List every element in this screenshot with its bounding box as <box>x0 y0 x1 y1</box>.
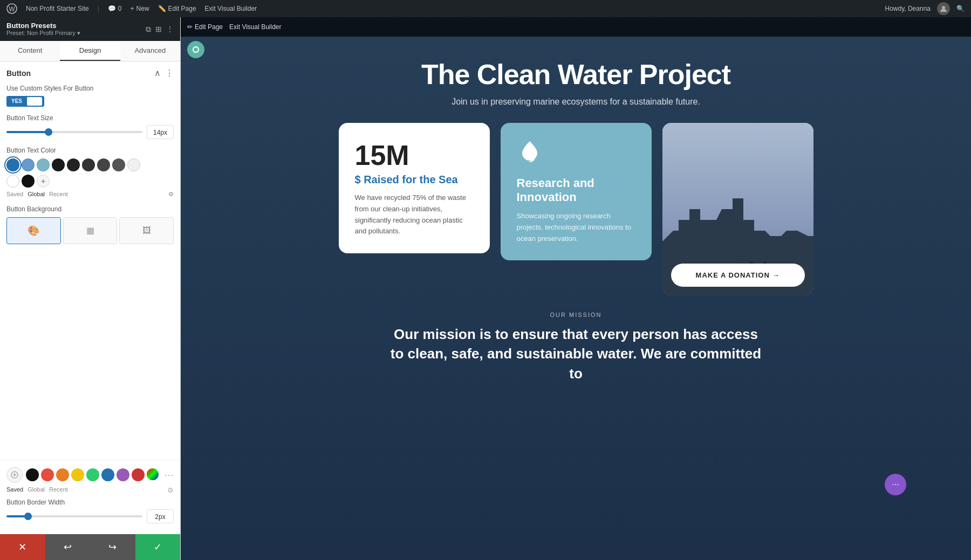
color-swatch-selected[interactable] <box>6 158 19 171</box>
palette-swatch-1[interactable] <box>26 468 39 481</box>
section-header: Button ∧ ⋮ <box>6 68 174 78</box>
palette-swatch-2[interactable] <box>41 468 54 481</box>
recent-colors-label[interactable]: Recent <box>49 191 68 197</box>
avatar <box>937 2 950 15</box>
page-content: The Clean Water Project Join us in prese… <box>181 17 971 560</box>
pencil-icon: ✏️ <box>158 5 166 12</box>
panel-title-area: Button Presets Preset: Non Profit Primar… <box>6 22 80 37</box>
canvas-toolbar: ✏ Edit Page Exit Visual Builder <box>181 17 971 37</box>
search-icon[interactable]: 🔍 <box>956 5 965 12</box>
palette-swatch-5[interactable] <box>86 468 99 481</box>
palette-preview[interactable] <box>6 467 23 483</box>
card-blue-heading: Research and Innovation <box>517 176 635 204</box>
text-size-track[interactable] <box>6 131 142 133</box>
custom-styles-toggle[interactable]: YES <box>6 96 44 107</box>
bg-section: Button Background 🎨 ▦ 🖼 <box>6 205 174 244</box>
panel-content: Button ∧ ⋮ Use Custom Styles For Button … <box>0 61 180 460</box>
bg-label: Button Background <box>6 205 174 213</box>
exit-builder-tool[interactable]: Exit Visual Builder <box>229 23 282 31</box>
color-swatch-6[interactable] <box>82 158 95 171</box>
undo-button[interactable]: ↩ <box>45 534 91 560</box>
card-raised: 15M $ Raised for the Sea We have recycle… <box>339 123 490 253</box>
border-width-thumb[interactable] <box>24 513 32 520</box>
palette-colors <box>26 468 161 481</box>
minimize-icon[interactable]: ⧉ <box>146 25 151 34</box>
admin-bar: W Non Profit Starter Site | 💬 0 + New ✏️… <box>0 0 971 17</box>
border-width-track[interactable] <box>6 515 142 517</box>
add-color-btn[interactable]: + <box>37 175 50 188</box>
cancel-button[interactable]: ✕ <box>0 534 45 560</box>
comments-item[interactable]: 💬 0 <box>108 5 122 12</box>
tab-content[interactable]: Content <box>0 41 60 61</box>
color-wheel-swatch[interactable] <box>147 468 159 480</box>
palette-meta: Saved Global Recent ⚙ <box>6 486 174 494</box>
floating-bubble[interactable]: ··· <box>885 474 906 495</box>
left-panel: Button Presets Preset: Non Profit Primar… <box>0 17 181 560</box>
save-button[interactable]: ✓ <box>135 534 181 560</box>
main-layout: Button Presets Preset: Non Profit Primar… <box>0 17 971 560</box>
color-swatch-5[interactable] <box>67 158 80 171</box>
palette-saved-label[interactable]: Saved <box>6 486 23 494</box>
edit-page-tool[interactable]: ✏ Edit Page <box>187 23 223 31</box>
divi-icon[interactable] <box>187 41 204 58</box>
palette-swatch-3[interactable] <box>56 468 69 481</box>
tab-design[interactable]: Design <box>60 41 120 61</box>
plus-icon: + <box>131 5 134 12</box>
color-swatch-4[interactable] <box>52 158 65 171</box>
text-color-label: Button Text Color <box>6 147 174 154</box>
color-swatch-2[interactable] <box>22 158 35 171</box>
text-size-row: Button Text Size 14px <box>6 114 174 139</box>
color-swatch-8[interactable] <box>112 158 125 171</box>
howdy-item[interactable]: Howdy, Deanna <box>885 5 931 12</box>
palette-global-label[interactable]: Global <box>28 486 45 494</box>
section-collapse-icon[interactable]: ∧ <box>154 68 161 78</box>
palette-swatch-8[interactable] <box>132 468 145 481</box>
color-swatch-7[interactable] <box>97 158 110 171</box>
color-swatch-white[interactable] <box>6 175 19 188</box>
redo-button[interactable]: ↪ <box>90 534 135 560</box>
border-width-value[interactable]: 2px <box>147 509 174 523</box>
page-hero: The Clean Water Project Join us in prese… <box>411 37 741 123</box>
panel-title: Button Presets <box>6 22 80 30</box>
bg-gradient-option[interactable]: ▦ <box>63 217 118 244</box>
bg-image-option[interactable]: 🖼 <box>119 217 174 244</box>
panel-spacer <box>6 252 174 295</box>
svg-text:W: W <box>9 5 15 13</box>
color-swatch-black[interactable] <box>22 175 35 188</box>
grid-icon[interactable]: ⊞ <box>155 25 162 33</box>
canvas-area: ✏ Edit Page Exit Visual Builder The Clea… <box>181 17 971 560</box>
page-subtitle: Join us in preserving marine ecosystems … <box>421 97 730 107</box>
site-name[interactable]: Non Profit Starter Site <box>26 5 89 12</box>
edit-page-item[interactable]: ✏️ Edit Page <box>158 5 196 12</box>
global-colors-label[interactable]: Global <box>28 191 45 197</box>
saved-colors-label[interactable]: Saved <box>6 191 23 197</box>
color-row-2: + <box>6 175 174 188</box>
tab-advanced[interactable]: Advanced <box>120 41 180 61</box>
color-swatch-3[interactable] <box>37 158 50 171</box>
palette-swatch-4[interactable] <box>71 468 84 481</box>
palette-more-icon[interactable]: ⋯ <box>164 470 174 480</box>
text-size-value[interactable]: 14px <box>147 125 174 139</box>
palette-settings-icon[interactable]: ⚙ <box>167 486 174 494</box>
palette-recent-label[interactable]: Recent <box>49 486 68 494</box>
toggle-handle <box>27 97 42 106</box>
text-size-fill <box>6 131 47 133</box>
border-width-control: 2px <box>6 509 174 523</box>
more-icon[interactable]: ⋮ <box>166 25 174 33</box>
bg-color-option[interactable]: 🎨 <box>6 217 61 244</box>
palette-swatch-7[interactable] <box>117 468 129 481</box>
palette-swatch-6[interactable] <box>101 468 114 481</box>
color-swatch-9[interactable] <box>127 158 140 171</box>
new-item[interactable]: + New <box>131 5 149 12</box>
text-size-thumb[interactable] <box>45 128 52 136</box>
section-menu-icon[interactable]: ⋮ <box>165 68 174 78</box>
panel-preset[interactable]: Preset: Non Profit Primary ▾ <box>6 30 80 37</box>
section-controls: ∧ ⋮ <box>154 68 174 78</box>
color-settings-icon[interactable]: ⚙ <box>168 191 174 198</box>
custom-styles-row: Use Custom Styles For Button YES <box>6 85 174 107</box>
exit-builder-item[interactable]: Exit Visual Builder <box>205 5 257 12</box>
color-row-1 <box>6 158 174 171</box>
panel-tabs: Content Design Advanced <box>0 41 180 61</box>
donate-button[interactable]: MAKE A DONATION → <box>671 264 805 287</box>
image-card-overlay: MAKE A DONATION → <box>662 255 813 295</box>
